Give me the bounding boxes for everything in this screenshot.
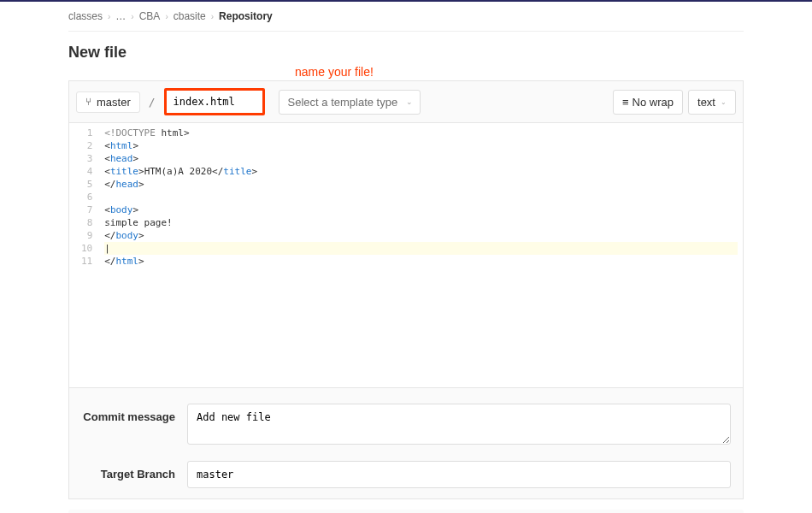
path-separator: / — [149, 96, 156, 109]
textmode-label: text — [697, 96, 715, 109]
crumb-cbasite[interactable]: cbasite — [174, 10, 206, 22]
code-area[interactable]: <!DOCTYPE html><html><head><title>HTM(a)… — [99, 123, 743, 387]
textmode-button[interactable]: text ⌄ — [688, 90, 736, 115]
annotation-label: name your file! — [295, 65, 744, 79]
branch-name: master — [97, 96, 131, 109]
filename-highlight — [164, 88, 265, 115]
editor-toolbar: ⑂ master / Select a template type ⌄ ≡ No… — [68, 80, 744, 123]
wrap-icon: ≡ — [622, 96, 629, 109]
filename-input[interactable] — [172, 92, 257, 111]
branch-icon: ⑂ — [85, 96, 91, 108]
chevron-down-icon: ⌄ — [406, 97, 413, 106]
code-editor[interactable]: 1234567891011 <!DOCTYPE html><html><head… — [68, 123, 744, 388]
line-gutter: 1234567891011 — [69, 123, 99, 387]
chevron-down-icon: ⌄ — [721, 98, 727, 106]
nowrap-label: No wrap — [633, 96, 674, 109]
target-branch-label: Target Branch — [81, 461, 175, 481]
page-title: New file — [68, 44, 744, 62]
commit-message-input[interactable] — [187, 404, 731, 445]
crumb-cba[interactable]: CBA — [139, 10, 161, 22]
action-bar: Commit changes Cancel — [68, 510, 744, 513]
nowrap-button[interactable]: ≡ No wrap — [613, 90, 683, 115]
breadcrumb: classes› …› CBA› cbasite› Repository — [68, 2, 744, 32]
crumb-repository: Repository — [219, 10, 273, 22]
template-placeholder: Select a template type — [288, 96, 398, 109]
branch-selector[interactable]: ⑂ master — [76, 91, 140, 113]
commit-message-label: Commit message — [81, 404, 175, 423]
crumb-classes[interactable]: classes — [68, 10, 103, 22]
crumb-ellipsis[interactable]: … — [115, 10, 126, 22]
target-branch-input[interactable] — [187, 461, 731, 488]
template-select[interactable]: Select a template type ⌄ — [279, 90, 421, 115]
